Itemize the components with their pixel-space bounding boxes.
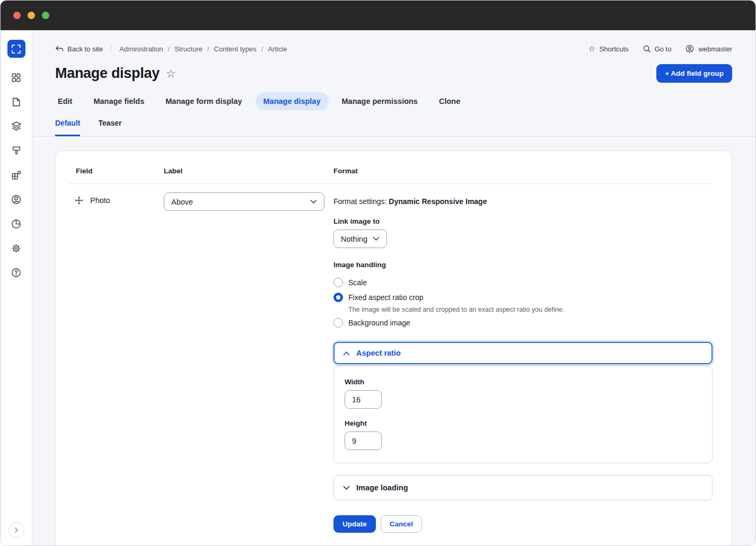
tab-default[interactable]: Default (55, 119, 80, 136)
table-header: Field Label Format (68, 151, 713, 183)
goto-button[interactable]: Go to (643, 45, 672, 53)
display-settings-card: Field Label Format Photo (55, 151, 732, 545)
chevron-down-icon (310, 199, 317, 204)
person-circle-icon (11, 194, 22, 205)
field-cell: Photo (68, 192, 164, 205)
chevron-right-icon (14, 527, 19, 533)
tab-manage-fields[interactable]: Manage fields (85, 92, 152, 110)
link-image-label: Link image to (333, 217, 713, 225)
radio-fixed-description: The image will be scaled and cropped to … (348, 306, 713, 313)
macos-titlebar (1, 1, 755, 30)
secondary-tabs: Default Teaser (32, 110, 755, 137)
sidebar-item-people[interactable] (7, 187, 26, 212)
tab-clone[interactable]: Clone (431, 92, 468, 110)
page-header: Manage display ☆ + Add field group (32, 54, 755, 83)
document-icon (11, 96, 22, 108)
gear-icon (11, 243, 22, 254)
tab-manage-form-display[interactable]: Manage form display (157, 92, 250, 110)
tab-manage-permissions[interactable]: Manage permissions (334, 92, 426, 110)
search-icon (643, 45, 651, 53)
favorite-star-icon[interactable]: ☆ (166, 68, 176, 79)
image-loading-accordion-header[interactable]: Image loading (333, 475, 713, 500)
sidebar-item-settings[interactable] (7, 236, 26, 260)
gin-logo[interactable] (7, 40, 25, 58)
page-title: Manage display (55, 65, 160, 82)
primary-tabs: Edit Manage fields Manage form display M… (32, 83, 755, 110)
format-settings-line: Format settings: Dynamic Responsive Imag… (333, 197, 713, 206)
tab-teaser[interactable]: Teaser (98, 119, 121, 136)
chevron-down-icon (373, 236, 380, 241)
image-handling-radios: Scale Fixed aspect ratio crop The image … (333, 275, 713, 330)
move-icon (75, 196, 83, 205)
dashboard-icon (11, 72, 22, 83)
sidebar-item-appearance[interactable] (7, 138, 26, 163)
breadcrumb-administration[interactable]: Administration (119, 45, 163, 53)
width-label: Width (345, 378, 701, 386)
radio-circle-icon (333, 278, 343, 287)
link-image-select-value: Nothing (341, 235, 367, 243)
breadcrumb-content-types[interactable]: Content types (214, 45, 257, 53)
format-cell: Format settings: Dynamic Responsive Imag… (333, 192, 713, 533)
chevron-up-icon (343, 351, 350, 356)
shortcuts-button[interactable]: ☆ Shortcuts (588, 45, 628, 53)
close-window-button[interactable] (13, 12, 21, 19)
breadcrumb-article: Article (268, 45, 287, 53)
sidebar-item-extend[interactable] (7, 163, 26, 187)
width-input[interactable] (345, 390, 382, 409)
sidebar-expand-button[interactable] (8, 522, 24, 538)
breadcrumb-separator: / (261, 45, 263, 53)
user-menu-button[interactable]: webmaster (685, 44, 732, 54)
goto-label: Go to (655, 45, 672, 53)
sidebar-item-dashboard[interactable] (7, 65, 26, 90)
radio-fixed-aspect-ratio-crop[interactable]: Fixed aspect ratio crop (333, 290, 713, 305)
field-name: Photo (90, 196, 110, 205)
shortcuts-label: Shortcuts (600, 45, 629, 53)
return-arrow-icon (55, 45, 64, 52)
height-label: Height (345, 419, 701, 427)
format-actions: Update Cancel (333, 515, 713, 533)
tab-manage-display[interactable]: Manage display (256, 92, 329, 110)
meta-actions: ☆ Shortcuts Go to webmaster (588, 44, 732, 54)
label-cell: Above (164, 192, 333, 211)
breadcrumb-structure[interactable]: Structure (174, 45, 203, 53)
breadcrumb-divider (111, 45, 111, 53)
app-window: Back to site Administration / Structure … (0, 0, 756, 546)
question-circle-icon (11, 267, 22, 278)
radio-background-image[interactable]: Background image (333, 315, 713, 330)
image-loading-title: Image loading (356, 483, 408, 492)
zoom-window-button[interactable] (42, 12, 49, 19)
back-to-site-link[interactable]: Back to site (55, 45, 103, 53)
link-image-select[interactable]: Nothing (333, 230, 387, 248)
radio-fixed-label: Fixed aspect ratio crop (348, 293, 424, 302)
minimize-window-button[interactable] (28, 12, 35, 19)
update-button[interactable]: Update (333, 515, 376, 533)
height-input[interactable] (345, 431, 382, 450)
add-field-group-button[interactable]: + Add field group (656, 64, 732, 83)
sidebar-item-reports[interactable] (7, 212, 26, 236)
user-name-label: webmaster (698, 45, 732, 53)
user-avatar-icon (685, 44, 695, 54)
column-label: Label (164, 167, 333, 175)
blocks-icon (11, 170, 22, 181)
admin-sidebar (1, 30, 32, 545)
drag-handle[interactable] (75, 196, 83, 205)
paint-roller-icon (11, 145, 22, 156)
sidebar-item-help[interactable] (7, 260, 26, 285)
format-settings-name: Dynamic Responsive Image (389, 197, 487, 206)
back-to-site-label: Back to site (67, 45, 103, 53)
layers-icon (11, 120, 22, 132)
aspect-ratio-title: Aspect ratio (356, 349, 401, 357)
breadcrumb-separator: / (207, 45, 209, 53)
radio-circle-checked-icon (333, 293, 343, 302)
radio-scale[interactable]: Scale (333, 275, 713, 290)
star-icon: ☆ (588, 45, 595, 53)
label-select[interactable]: Above (164, 192, 324, 211)
sidebar-item-structure[interactable] (7, 114, 26, 138)
table-row: Photo Above Format (68, 184, 713, 533)
cancel-button[interactable]: Cancel (381, 515, 422, 533)
aspect-ratio-panel: Width Height (333, 366, 713, 463)
sidebar-item-content[interactable] (7, 90, 26, 114)
breadcrumb-separator: / (168, 45, 170, 53)
tab-edit[interactable]: Edit (50, 92, 80, 110)
aspect-ratio-accordion-header[interactable]: Aspect ratio (333, 342, 713, 364)
